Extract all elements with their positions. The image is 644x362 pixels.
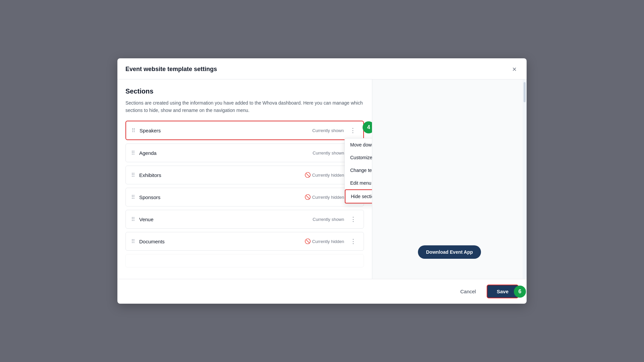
- section-name-speakers: Speakers: [140, 128, 312, 133]
- drag-handle-documents[interactable]: ⠿: [131, 238, 135, 245]
- section-status-venue: Currently shown: [313, 217, 344, 222]
- modal-header: Event website template settings ×: [117, 58, 527, 79]
- scrollbar-thumb: [524, 82, 526, 102]
- section-status-agenda: Currently shown: [313, 150, 344, 156]
- cancel-button[interactable]: Cancel: [453, 285, 483, 298]
- section-name-exhibitors: Exhibitors: [139, 172, 305, 178]
- modal-footer: Cancel Save 6: [117, 279, 527, 304]
- menu-item-change-template[interactable]: Change template: [345, 164, 372, 177]
- section-row-documents: ⠿ Documents 🚫 Currently hidden ⋮: [125, 232, 364, 251]
- menu-item-hide-section[interactable]: Hide section 5: [345, 189, 372, 203]
- left-panel: Sections Sections are created using the …: [117, 79, 372, 279]
- menu-item-move-down[interactable]: Move down: [345, 138, 372, 151]
- menu-item-edit-menu-name[interactable]: Edit menu name: [345, 177, 372, 189]
- context-menu: Move down Customize design Change templa…: [344, 138, 372, 204]
- section-name-agenda: Agenda: [139, 150, 313, 156]
- menu-button-speakers[interactable]: ⋮: [348, 126, 358, 135]
- drag-handle-sponsors[interactable]: ⠿: [131, 194, 135, 200]
- menu-button-venue[interactable]: ⋮: [348, 215, 358, 224]
- section-row-agenda: ⠿ Agenda Currently shown ⋮: [125, 143, 364, 162]
- section-row-speakers: ⠿ Speakers Currently shown ⋮ 4 Move down…: [125, 121, 364, 140]
- right-panel: Download Event App: [372, 79, 527, 279]
- close-button[interactable]: ×: [510, 65, 519, 74]
- download-event-app-button[interactable]: Download Event App: [418, 245, 481, 259]
- drag-handle-agenda[interactable]: ⠿: [131, 150, 135, 156]
- menu-item-customize-design[interactable]: Customize design: [345, 151, 372, 164]
- section-row-venue: ⠿ Venue Currently shown ⋮: [125, 210, 364, 229]
- step-badge-6: 6: [514, 286, 526, 298]
- menu-area-speakers: ⋮ 4 Move down Customize design Change te…: [348, 126, 358, 135]
- section-status-documents: 🚫 Currently hidden: [305, 238, 344, 244]
- menu-button-documents[interactable]: ⋮: [348, 237, 358, 246]
- drag-handle-venue[interactable]: ⠿: [131, 216, 135, 223]
- section-status-speakers: Currently shown: [312, 128, 344, 133]
- section-row-exhibitors: ⠿ Exhibitors 🚫 Currently hidden ⋮: [125, 166, 364, 184]
- modal-overlay: Event website template settings × Sectio…: [0, 0, 644, 362]
- drag-handle-speakers[interactable]: ⠿: [131, 127, 136, 134]
- section-name-documents: Documents: [139, 239, 305, 244]
- step-badge-4: 4: [363, 121, 372, 133]
- modal-body: Sections Sections are created using the …: [117, 79, 527, 279]
- sections-heading: Sections: [125, 87, 364, 95]
- hidden-icon-exhibitors: 🚫: [305, 172, 311, 178]
- section-status-exhibitors: 🚫 Currently hidden: [305, 172, 344, 178]
- drag-handle-exhibitors[interactable]: ⠿: [131, 172, 135, 178]
- hidden-icon-documents: 🚫: [305, 238, 311, 244]
- section-status-sponsors: 🚫 Currently hidden: [305, 194, 344, 200]
- section-row-sponsors: ⠿ Sponsors 🚫 Currently hidden ⋮: [125, 188, 364, 206]
- modal-title: Event website template settings: [125, 66, 217, 73]
- scrollbar[interactable]: [523, 79, 527, 279]
- section-name-sponsors: Sponsors: [139, 194, 305, 200]
- sections-description: Sections are created using the informati…: [125, 99, 364, 114]
- section-row-extra: [125, 254, 364, 267]
- hidden-icon-sponsors: 🚫: [305, 194, 311, 200]
- modal-dialog: Event website template settings × Sectio…: [117, 58, 527, 304]
- section-name-venue: Venue: [139, 217, 313, 222]
